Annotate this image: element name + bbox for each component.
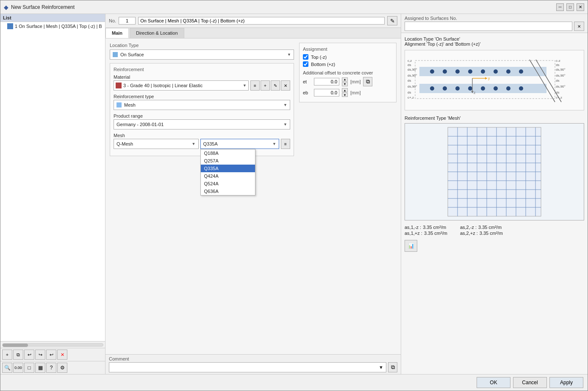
material-del-btn[interactable]: ✕ [281, 80, 290, 91]
mesh-option-q636a[interactable]: Q636A [201, 187, 255, 195]
mesh-option-q335a[interactable]: Q335A [201, 165, 255, 172]
apply-button[interactable]: Apply [549, 377, 583, 388]
material-color-swatch [116, 83, 122, 88]
copy-button[interactable]: ⧉ [13, 350, 23, 360]
et-unit: [mm] [350, 79, 361, 84]
redo-button[interactable]: ↩ [46, 350, 56, 360]
assignment-panel: Assignment Top (-z) Bottom (+z) Addition… [299, 43, 397, 102]
stat-as11: as,1,-z : 3.35 cm²/m [405, 225, 447, 230]
as12-value: 3.35 cm²/m [424, 231, 447, 236]
list-item[interactable]: 1 On Surface | Mesh | Q335A | Top (-z) |… [0, 22, 105, 30]
comment-copy-btn[interactable]: ⧉ [388, 362, 397, 372]
product-range-label: Product range [114, 113, 290, 118]
et-up-btn[interactable]: ▲ [342, 77, 348, 82]
rein-type-diagram-label: Reinforcement Type 'Mesh' [405, 116, 584, 121]
help-btn[interactable]: ? [46, 363, 56, 373]
tab-main[interactable]: Main [105, 28, 129, 38]
svg-text:ds,90°: ds,90° [556, 85, 566, 88]
material-info-btn[interactable]: ≡ [250, 80, 260, 91]
ok-button[interactable]: OK [477, 377, 510, 388]
horizontal-scrollbar[interactable] [0, 341, 105, 348]
diagram-export-btn[interactable]: 📊 [405, 240, 417, 252]
add-button[interactable]: + [2, 350, 12, 360]
surface-diagram: y z c,z ds ds,90° ds,90° ds ds,90° ds c+ [405, 50, 584, 110]
top-checkbox[interactable] [303, 54, 308, 60]
comment-arrow: ▼ [379, 365, 383, 370]
material-edit-btn[interactable]: ✎ [271, 80, 280, 91]
comment-dropdown[interactable]: ▼ [109, 362, 386, 372]
mesh-option-q424a[interactable]: Q424A [201, 172, 255, 180]
settings-btn[interactable]: ⚙ [57, 363, 67, 373]
name-edit-button[interactable]: ✎ [387, 16, 397, 25]
svg-text:ds,90°: ds,90° [556, 74, 566, 77]
title-bar: ◆ New Surface Reinforcement ─ □ ✕ [0, 0, 588, 14]
rein-type-arrow: ▼ [283, 103, 287, 107]
svg-point-4 [443, 69, 447, 74]
et-down-btn[interactable]: ▼ [342, 82, 348, 86]
svg-point-16 [494, 86, 498, 91]
no-label: No. [109, 18, 116, 23]
mesh-diagram-svg [446, 125, 543, 218]
mesh-type-dropdown[interactable]: Q-Mesh ▼ [114, 139, 199, 149]
material-add-btn[interactable]: + [261, 80, 270, 91]
mesh-value-dropdown[interactable]: Q335A ▼ [200, 139, 280, 149]
minimize-button[interactable]: ─ [556, 3, 564, 11]
svg-point-15 [481, 86, 485, 91]
stat-as22: as,2,+z : 3.35 cm²/m [460, 231, 503, 236]
offset-label: Additional offset to concrete cover [303, 70, 393, 75]
name-input[interactable] [138, 17, 385, 25]
stat-as21: as,2,-z : 3.35 cm²/m [460, 225, 503, 230]
mesh-info-btn[interactable]: ≡ [281, 139, 290, 149]
tab-direction[interactable]: Direction & Location [130, 28, 184, 38]
delete-button[interactable]: ✕ [57, 350, 67, 360]
as11-value: 3.35 cm²/m [423, 225, 446, 230]
rein-type-dropdown[interactable]: Mesh ▼ [114, 100, 290, 110]
value-btn[interactable]: 0.00 [13, 363, 23, 373]
cancel-button[interactable]: Cancel [513, 377, 547, 388]
svg-text:ds: ds [408, 63, 411, 67]
et-copy-btn[interactable]: ⧉ [363, 77, 372, 86]
svg-text:ds,90°: ds,90° [408, 85, 417, 88]
mesh-option-q524a[interactable]: Q524A [201, 180, 255, 187]
svg-point-11 [430, 86, 434, 91]
as21-value: 3.35 cm²/m [478, 225, 502, 230]
eb-spinners: ▲ ▼ [342, 88, 348, 97]
grid-btn[interactable]: ▦ [35, 363, 45, 373]
eb-down-btn[interactable]: ▼ [342, 93, 348, 97]
et-spinners: ▲ ▼ [342, 77, 348, 86]
mesh-label: Mesh [114, 133, 290, 138]
svg-text:ds,90°: ds,90° [556, 68, 566, 72]
no-input[interactable] [119, 17, 136, 25]
comment-label: Comment [109, 356, 397, 361]
undo-left-button[interactable]: ↩ [24, 350, 34, 360]
comment-section: Comment ▼ ⧉ [105, 354, 401, 374]
maximize-button[interactable]: □ [566, 3, 574, 11]
eb-up-btn[interactable]: ▲ [342, 88, 348, 92]
top-label: Top (-z) [311, 55, 327, 60]
et-input[interactable] [314, 78, 339, 85]
undo-right-button[interactable]: ↪ [35, 350, 45, 360]
assigned-label: Assigned to Surfaces No. [405, 16, 584, 21]
material-field: Material 3 - Grade 40 | Isotropic | Line… [114, 74, 290, 91]
eb-input[interactable] [314, 89, 339, 96]
select-btn[interactable]: □ [24, 363, 34, 373]
location-type-dropdown[interactable]: On Surface ▼ [110, 50, 294, 60]
close-button[interactable]: ✕ [577, 3, 584, 11]
svg-text:ds: ds [556, 79, 559, 83]
product-range-dropdown[interactable]: Germany - 2008-01-01 ▼ [114, 119, 290, 129]
bottom-checkbox[interactable] [303, 61, 308, 67]
assigned-clear-btn[interactable]: ✕ [574, 22, 584, 31]
mesh-option-q188a[interactable]: Q188A [201, 149, 255, 157]
svg-text:y: y [488, 76, 490, 80]
stat-as12: as,1,+z : 3.35 cm²/m [405, 231, 447, 236]
as22-value: 3.35 cm²/m [480, 231, 503, 236]
mesh-option-q257a[interactable]: Q257A [201, 157, 255, 165]
reinforcement-label: Reinforcement [114, 67, 290, 72]
svg-point-9 [506, 69, 510, 74]
location-type-label: Location Type [110, 43, 294, 48]
mesh-diagram [405, 123, 584, 220]
material-dropdown[interactable]: 3 - Grade 40 | Isotropic | Linear Elasti… [114, 80, 249, 91]
search-icon-btn[interactable]: 🔍 [2, 363, 12, 373]
assigned-input[interactable] [405, 22, 572, 31]
mesh-field: Mesh Q-Mesh ▼ Q335A [114, 133, 290, 149]
